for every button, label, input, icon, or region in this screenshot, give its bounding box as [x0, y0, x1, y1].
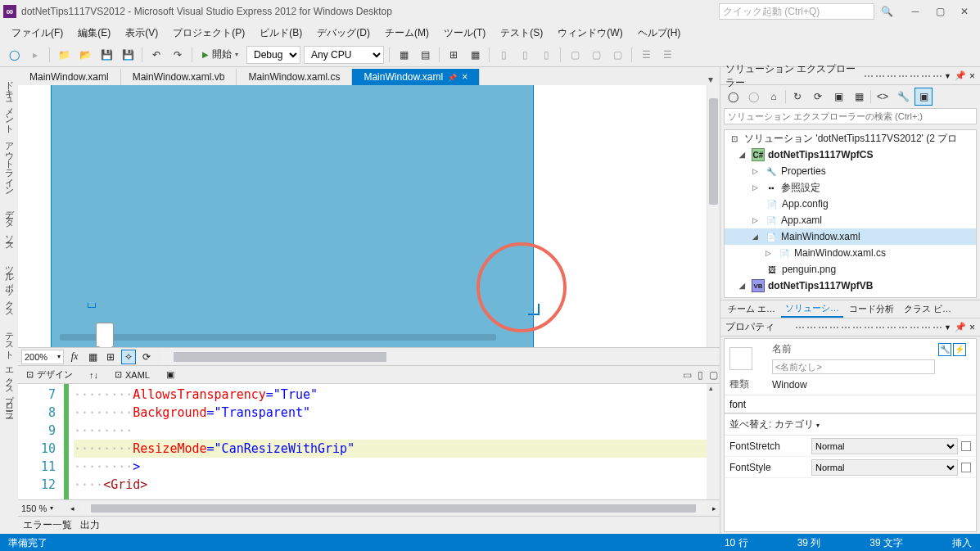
solution-search[interactable] [720, 108, 980, 128]
pin-icon[interactable] [448, 71, 457, 83]
editor-hscroll[interactable] [79, 503, 707, 514]
menu-file[interactable]: ファイル(F) [5, 25, 70, 42]
selection-corner-icon[interactable] [528, 304, 540, 315]
prop-search[interactable] [725, 395, 976, 414]
layout-s-icon[interactable]: ▢ [707, 368, 720, 382]
fx-icon[interactable]: fx [67, 350, 82, 364]
home-icon[interactable]: ⌂ [765, 88, 783, 106]
doc-tab-0[interactable]: MainWindow.xaml [18, 69, 121, 85]
prop-row-fontstretch[interactable]: FontStretch Normal [725, 436, 976, 457]
editor-zoom[interactable]: 150 % ▾ [21, 504, 65, 513]
arrow-right-icon[interactable]: ▸ [712, 504, 716, 513]
xaml-designer[interactable] [18, 85, 707, 347]
code-body[interactable]: ········AllowsTransparency="True"·······… [69, 384, 707, 499]
prop-dropdown-icon[interactable]: ▼ [944, 323, 951, 332]
code-editor[interactable]: 7 8 9 10 11 12 ········AllowsTransparenc… [18, 383, 720, 499]
tree-mainwindow-xaml[interactable]: ◢📄MainWindow.xaml [725, 228, 976, 245]
tree-penguin-png[interactable]: 🖼penguin.png [725, 261, 976, 278]
tree-properties[interactable]: ▷🔧Properties [725, 163, 976, 179]
subtab-team[interactable]: チーム エ… [724, 301, 779, 317]
tree-project-vb[interactable]: ◢VBdotNetTips1117WpfVB [725, 278, 976, 294]
subtab-code-analysis[interactable]: コード分析 [845, 301, 898, 317]
doc-tab-2[interactable]: MainWindow.xaml.cs [237, 69, 352, 85]
layout-v-icon[interactable]: ▯ [693, 368, 707, 382]
menu-team[interactable]: チーム(M) [378, 25, 436, 42]
tb-icon-10[interactable]: ▢ [608, 46, 626, 64]
tb-icon-3[interactable]: ⊞ [445, 46, 463, 64]
designer-vscroll[interactable] [707, 85, 720, 347]
minimize-button[interactable]: ─ [903, 3, 928, 20]
snap-icon[interactable]: ⊞ [103, 350, 118, 364]
doc-tab-1[interactable]: MainWindow.xaml.vb [121, 69, 237, 85]
error-list-tab[interactable]: エラー一覧 [23, 518, 72, 532]
menu-test[interactable]: テスト(S) [494, 25, 549, 42]
selection-bottom-icon[interactable] [88, 303, 96, 308]
sync-icon[interactable]: ↻ [788, 88, 806, 106]
nav-fwd-button[interactable]: ▸ [26, 46, 44, 64]
arrow-left-icon[interactable]: ◂ [70, 504, 75, 513]
refresh-icon[interactable]: ⟳ [139, 350, 154, 364]
tb-icon-2[interactable]: ▤ [416, 46, 434, 64]
split-swap-button[interactable]: ↑↓ [81, 368, 106, 382]
back-icon[interactable]: ◯ [724, 88, 742, 106]
tree-solution-node[interactable]: ⊡ソリューション 'dotNetTips1117VS2012' (2 プロ [725, 130, 976, 147]
collapse-icon[interactable]: ▣ [829, 88, 847, 106]
menu-view[interactable]: 表示(V) [119, 25, 165, 42]
solution-tree[interactable]: ⊡ソリューション 'dotNetTips1117VS2012' (2 プロ ◢C… [724, 129, 977, 298]
panel-close-icon[interactable]: × [969, 70, 975, 82]
xaml-tab[interactable]: ⊡ XAML [106, 368, 158, 382]
tab-overflow-button[interactable]: ▾ [702, 74, 720, 85]
tree-references[interactable]: ▷▪▪参照設定 [725, 179, 976, 196]
panel-dropdown-icon[interactable]: ▼ [944, 72, 951, 80]
code-vscroll[interactable] [707, 384, 720, 499]
menu-project[interactable]: プロジェクト(P) [166, 25, 251, 42]
panel-menu-icon[interactable]: ⋯⋯⋯⋯⋯⋯⋯ [864, 70, 944, 82]
vtab-toolbox[interactable]: ツールボックス [0, 253, 18, 319]
events-icon[interactable]: ⚡ [953, 343, 966, 356]
config-select[interactable]: Debug [246, 46, 300, 64]
save-button[interactable]: 💾 [97, 46, 115, 64]
quick-launch-input[interactable]: クイック起動 (Ctrl+Q) [719, 3, 874, 20]
tree-mainwindow-cs[interactable]: ▷📄MainWindow.xaml.cs [725, 245, 976, 261]
vtab-test-explorer[interactable]: テスト エクスプローラー [0, 319, 18, 419]
designer-zoom[interactable]: 200%▾ [21, 350, 64, 364]
maximize-button[interactable]: ▢ [928, 3, 952, 20]
designer-hscroll[interactable] [162, 350, 716, 364]
menu-edit[interactable]: 編集(E) [71, 25, 117, 42]
tb-icon-7[interactable]: ▯ [537, 46, 555, 64]
prop-sort[interactable]: 並べ替え: カテゴリ ▾ [725, 414, 976, 436]
prop-row-fontstyle[interactable]: FontStyle Normal [725, 457, 976, 478]
refresh-icon[interactable]: ⟳ [809, 88, 827, 106]
tb-icon-9[interactable]: ▢ [587, 46, 605, 64]
wrench-icon[interactable]: 🔧 [894, 88, 912, 106]
open-button[interactable]: 📂 [76, 46, 94, 64]
breadcrumb-icon[interactable]: ▣ [158, 368, 183, 382]
slider-track[interactable] [60, 334, 496, 341]
snap2-icon[interactable]: ✧ [121, 350, 136, 364]
slider-thumb[interactable] [96, 323, 114, 347]
tb-icon-5[interactable]: ▯ [495, 46, 513, 64]
menu-debug[interactable]: デバッグ(D) [310, 25, 377, 42]
close-button[interactable]: ✕ [952, 3, 977, 20]
prop-name-input[interactable] [772, 359, 935, 374]
save-all-button[interactable]: 💾 [119, 46, 137, 64]
show-all-icon[interactable]: ▦ [850, 88, 868, 106]
wrench-icon[interactable]: 🔧 [938, 343, 951, 356]
menu-build[interactable]: ビルド(B) [253, 25, 309, 42]
new-project-button[interactable]: 📁 [55, 46, 73, 64]
vtab-data-sources[interactable]: データ ソース [0, 197, 18, 253]
design-tab[interactable]: ⊡ デザイン [18, 367, 81, 382]
fwd-icon[interactable]: ◯ [744, 88, 762, 106]
menu-tools[interactable]: ツール(T) [437, 25, 492, 42]
doc-tab-3[interactable]: MainWindow.xaml × [352, 69, 480, 85]
pin-icon[interactable]: 📌 [955, 70, 966, 81]
properties-icon[interactable]: ▣ [915, 88, 933, 106]
tree-appconfig[interactable]: 📄App.config [725, 196, 976, 212]
tb-icon-8[interactable]: ▢ [566, 46, 584, 64]
pin-icon[interactable]: 📌 [955, 322, 966, 332]
design-canvas[interactable] [51, 85, 534, 347]
redo-button[interactable]: ↷ [169, 46, 187, 64]
tree-myproject[interactable]: ▪▪My Project [725, 294, 976, 298]
tree-project-cs[interactable]: ◢C#dotNetTips1117WpfCS [725, 147, 976, 163]
close-tab-icon[interactable]: × [462, 71, 467, 83]
